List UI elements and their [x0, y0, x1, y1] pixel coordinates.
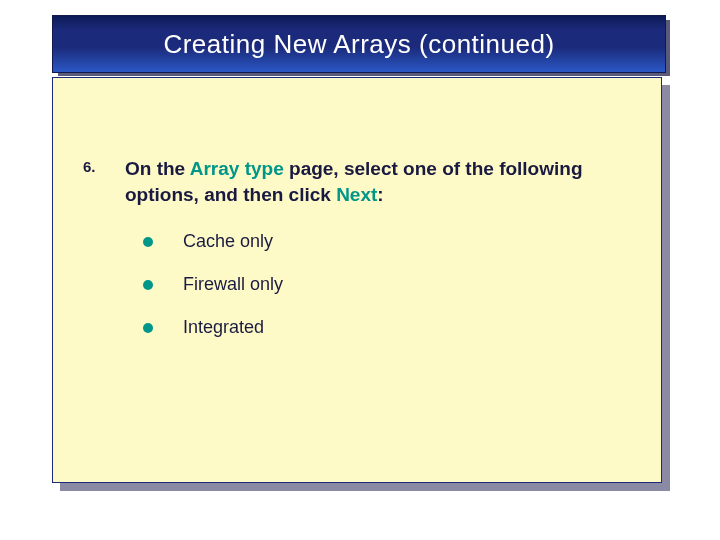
bullet-label: Integrated [183, 317, 264, 338]
title-bar: Creating New Arrays (continued) [52, 15, 666, 73]
slide: Creating New Arrays (continued) 6. On th… [0, 0, 720, 540]
step-block: 6. On the Array type page, select one of… [83, 156, 638, 360]
slide-title: Creating New Arrays (continued) [163, 29, 554, 60]
step-text-part3: : [377, 184, 383, 205]
list-item: Firewall only [143, 274, 638, 295]
step-number: 6. [83, 156, 125, 175]
bullet-icon [143, 323, 153, 333]
step-text-highlight2: Next [336, 184, 377, 205]
list-item: Cache only [143, 231, 638, 252]
step-text-part1: On the [125, 158, 190, 179]
step-text-highlight1: Array type [190, 158, 284, 179]
bullet-label: Cache only [183, 231, 273, 252]
bullet-icon [143, 280, 153, 290]
list-item: Integrated [143, 317, 638, 338]
body-panel: 6. On the Array type page, select one of… [52, 77, 662, 483]
bullet-icon [143, 237, 153, 247]
bullet-list: Cache only Firewall only Integrated [143, 231, 638, 338]
bullet-label: Firewall only [183, 274, 283, 295]
step-text: On the Array type page, select one of th… [125, 156, 638, 207]
step-row: 6. On the Array type page, select one of… [83, 156, 638, 207]
